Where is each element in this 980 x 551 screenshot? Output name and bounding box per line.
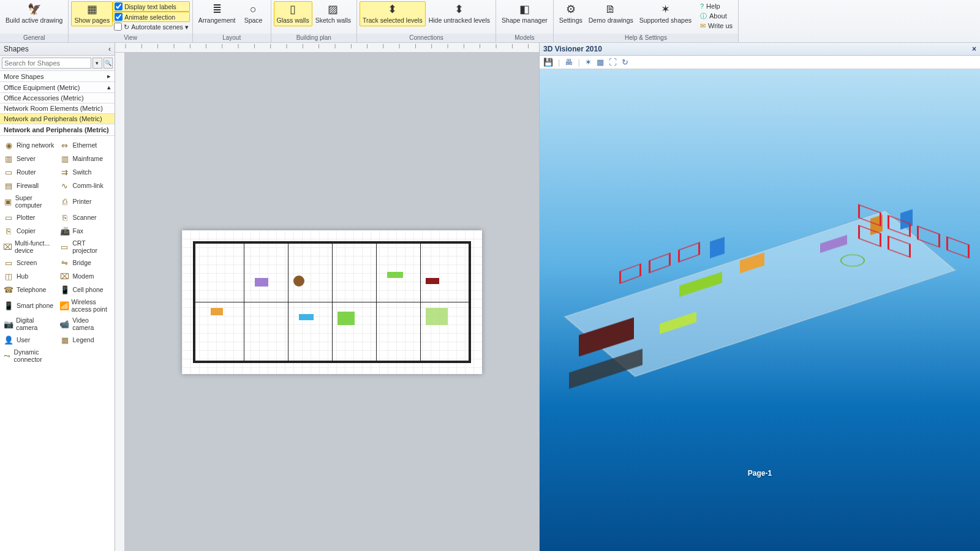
sketch-walls-button[interactable]: ▨Sketch walls — [312, 1, 354, 26]
track-selected-levels-button[interactable]: ⬍Track selected levels — [360, 1, 426, 26]
search-dropdown-icon[interactable]: ▾ — [92, 58, 102, 69]
shape-item[interactable]: ▭Screen — [1, 256, 58, 269]
shape-item[interactable]: ⌧Multi-funct... device — [1, 238, 58, 256]
gear-icon: ⚙ — [563, 3, 579, 17]
shape-label: Ethernet — [73, 141, 97, 149]
stencil-category[interactable]: Network Room Elements (Metric) — [0, 103, 115, 114]
space-button[interactable]: ○Space — [239, 1, 268, 26]
shape-item[interactable]: 👤User — [1, 333, 58, 347]
shape-label: Plotter — [17, 214, 35, 221]
shape-item[interactable]: ▥Mainframe — [58, 152, 114, 165]
shape-icon: ⌧ — [59, 271, 70, 281]
shape-icon: 👤 — [3, 335, 14, 345]
show-pages-button[interactable]: ▦Show pages — [71, 1, 113, 26]
visioner-page-label: Page-1 — [748, 469, 772, 478]
shapes-search-input[interactable] — [2, 58, 91, 69]
drawing-canvas-area: | | | | | | | | | | | | | | | | | | | | … — [115, 43, 539, 551]
rotate-icon[interactable]: ↻ — [622, 58, 628, 67]
more-shapes-link[interactable]: More Shapes▸ — [0, 71, 115, 82]
shape-item[interactable]: ∿Comm-link — [58, 179, 114, 192]
shape-item[interactable]: ⌧Modem — [58, 269, 114, 283]
shape-item[interactable]: ▤Firewall — [1, 179, 58, 192]
autorotate-scenes-check[interactable]: ↻ Autorotate scenes ▾ — [113, 22, 190, 31]
shape-item[interactable]: ▦Legend — [58, 333, 114, 347]
shape-icon: 📷 — [3, 319, 13, 329]
shape-manager-icon: ◧ — [516, 3, 532, 17]
shape-label: Switch — [73, 168, 92, 176]
shape-item[interactable]: 📱Cell phone — [58, 283, 114, 296]
stencil-category[interactable]: Office Equipment (Metric)▴ — [0, 82, 115, 93]
shape-label: Super computer — [15, 194, 56, 209]
shape-icon: ▭ — [3, 258, 14, 268]
shape-item[interactable]: ⎘Scanner — [58, 211, 114, 224]
write-us-link[interactable]: ✉Write us — [697, 21, 736, 31]
about-link[interactable]: ⓘAbout — [697, 11, 736, 21]
shapes-panel-title: Shapes‹ — [0, 43, 115, 56]
shape-item[interactable]: ⤳Dynamic connector — [1, 347, 58, 365]
demo-drawings-button[interactable]: 🗎Demo drawings — [586, 1, 636, 26]
shape-item[interactable]: ⎙Printer — [58, 192, 114, 211]
shape-item[interactable]: 📶Wireless access point — [58, 296, 114, 315]
shape-item[interactable]: ◫Hub — [1, 269, 58, 283]
shape-label: Scanner — [73, 214, 97, 221]
build-active-drawing-button[interactable]: 🦅Build active drawing — [2, 1, 66, 26]
close-icon[interactable]: × — [972, 45, 976, 53]
shape-label: Cell phone — [73, 286, 104, 293]
settings-button[interactable]: ⚙Settings — [556, 1, 586, 26]
shape-label: Router — [17, 168, 36, 176]
shape-item[interactable]: ☎Telephone — [1, 283, 58, 296]
save-icon[interactable]: 💾 — [543, 58, 553, 67]
shape-icon: ⌧ — [3, 242, 12, 252]
shape-item[interactable]: 📱Smart phone — [1, 296, 58, 315]
grid-icon[interactable]: ▦ — [597, 58, 604, 67]
shape-item[interactable]: ⇉Switch — [58, 165, 114, 179]
stencil-category[interactable]: Network and Peripherals (Metric) — [0, 114, 115, 124]
animate-selection-check[interactable]: Animate selection — [113, 12, 190, 22]
shape-item[interactable]: ▭CRT projector — [58, 238, 114, 256]
drawing-canvas[interactable] — [125, 53, 539, 551]
shape-item[interactable]: 📠Fax — [58, 224, 114, 238]
sketch-walls-icon: ▨ — [325, 3, 341, 17]
shape-item[interactable]: ▭Router — [1, 165, 58, 179]
shape-item[interactable]: 📷Digital camera — [1, 315, 58, 333]
shape-item[interactable]: ⇔Ethernet — [58, 138, 114, 152]
shapes-panel: Shapes‹ ▾ 🔍 More Shapes▸ Office Equipmen… — [0, 43, 115, 551]
shape-item[interactable]: ▭Plotter — [1, 211, 58, 224]
shape-item[interactable]: ⎘Copier — [1, 224, 58, 238]
shape-icon: ▭ — [3, 167, 14, 177]
ribbon: 🦅Build active drawing General ▦Show page… — [0, 0, 980, 43]
hide-untracked-levels-button[interactable]: ⬍Hide untracked levels — [426, 1, 493, 26]
visioner-panel: 3D Visioner 2010× 💾| 🖶| ✶ ▦ ⛶ ↻ — [539, 43, 980, 551]
shape-item[interactable]: ▣Super computer — [1, 192, 58, 211]
ribbon-group-label: View — [69, 34, 192, 42]
display-text-labels-check[interactable]: Display text labels — [113, 1, 190, 12]
shape-item[interactable]: ▥Server — [1, 152, 58, 165]
shape-icon: ▣ — [3, 197, 13, 206]
shape-item[interactable]: 📹Video camera — [58, 315, 114, 333]
visioner-3d-view[interactable]: Page-1 — [540, 69, 980, 551]
shape-icon: ▥ — [59, 154, 70, 163]
glass-walls-button[interactable]: ▯Glass walls — [274, 1, 312, 26]
shape-label: Smart phone — [17, 302, 53, 309]
shape-icon: ☎ — [3, 285, 14, 294]
glass-walls-icon: ▯ — [285, 3, 301, 17]
collapse-icon[interactable]: ‹ — [108, 45, 111, 53]
shape-label: Video camera — [72, 317, 111, 331]
shape-item[interactable]: ◉Ring network — [1, 138, 58, 152]
drawings-icon: 🗎 — [603, 3, 619, 17]
fullscreen-icon[interactable]: ⛶ — [609, 58, 617, 67]
shape-item[interactable]: ⇋Bridge — [58, 256, 114, 269]
print-icon[interactable]: 🖶 — [565, 58, 573, 67]
drawing-sheet[interactable] — [182, 230, 482, 374]
camera-icon[interactable]: ✶ — [585, 58, 592, 67]
track-levels-icon: ⬍ — [385, 3, 401, 17]
search-icon[interactable]: 🔍 — [104, 58, 113, 69]
arrangement-icon: ≣ — [209, 3, 225, 17]
supported-shapes-button[interactable]: ✶Supported shapes — [636, 1, 695, 26]
stencil-category[interactable]: Office Accessories (Metric) — [0, 93, 115, 103]
help-link[interactable]: ?Help — [697, 1, 736, 11]
shape-icon: ⇔ — [59, 140, 70, 150]
hide-levels-icon: ⬍ — [451, 3, 467, 17]
shape-manager-button[interactable]: ◧Shape manager — [499, 1, 551, 26]
arrangement-button[interactable]: ≣Arrangement — [195, 1, 239, 26]
